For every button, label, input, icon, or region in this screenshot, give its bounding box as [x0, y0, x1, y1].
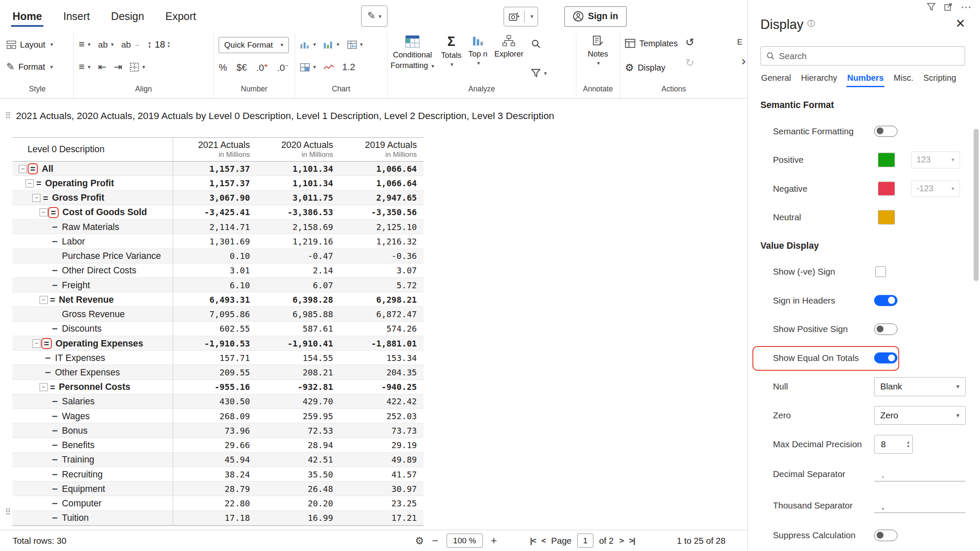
- conditional-formatting-button[interactable]: Conditional Formatting ▾: [389, 34, 436, 84]
- font-size-stepper[interactable]: ▴▾: [168, 41, 170, 48]
- cell-value[interactable]: 209.55: [173, 365, 256, 380]
- font-size-value[interactable]: 18: [155, 39, 165, 50]
- cell-value[interactable]: -3,425.41: [173, 205, 256, 220]
- format-button[interactable]: ✎ Format ▾: [6, 60, 68, 75]
- redo-button[interactable]: ↻: [685, 57, 694, 69]
- cell-value[interactable]: -1,881.01: [339, 336, 423, 351]
- table-row-purchase-price-variance[interactable]: −Purchase Price Variance0.10-0.47-0.36: [12, 249, 424, 264]
- cell-value[interactable]: 22.80: [173, 496, 256, 511]
- cell-value[interactable]: 17.18: [173, 511, 256, 525]
- cell-value[interactable]: 2,125.10: [339, 220, 423, 234]
- decrease-decimal-button[interactable]: .0−: [277, 62, 288, 74]
- cell-value[interactable]: -940.25: [339, 380, 423, 395]
- close-button[interactable]: ×: [956, 17, 965, 29]
- text-input-decimal-separator[interactable]: .: [874, 467, 966, 482]
- cell-value[interactable]: 28.94: [256, 438, 339, 453]
- top-n-button[interactable]: Top n ▾: [467, 34, 490, 84]
- checkbox-show-ve-sign[interactable]: [875, 267, 886, 277]
- table-row-personnel-costs[interactable]: −=Personnel Costs-955.16-932.81-940.25: [12, 380, 424, 395]
- cell-chart-button[interactable]: ▾: [300, 63, 316, 72]
- format-dropdown-negative[interactable]: -123▾: [911, 180, 960, 197]
- table-row-operating-profit[interactable]: −=Operating Profit1,157.371,101.341,066.…: [12, 176, 424, 190]
- cell-value[interactable]: 1,101.34: [256, 162, 339, 176]
- pin-chart-button[interactable]: ▾: [323, 40, 339, 49]
- table-row-raw-materials[interactable]: −Raw Materials2,114.712,158.692,125.10: [12, 220, 424, 234]
- vertical-align-button[interactable]: ≡ ▾: [79, 62, 91, 72]
- table-row-freight[interactable]: −Freight6.106.075.72: [12, 278, 424, 293]
- search-input[interactable]: [779, 51, 960, 61]
- ribbon-tab-home[interactable]: Home: [11, 1, 43, 31]
- info-icon[interactable]: ⓘ: [807, 18, 815, 28]
- cell-value[interactable]: 430.50: [173, 395, 256, 409]
- visual-filter-icon[interactable]: [927, 3, 936, 11]
- table-row-other-direct-costs[interactable]: −Other Direct Costs3.012.143.07: [12, 264, 424, 278]
- cell-value[interactable]: 252.03: [339, 409, 423, 423]
- table-row-it-expenses[interactable]: −IT Expenses157.71154.55153.34: [12, 351, 424, 365]
- column-header-2020-actuals[interactable]: 2020 Actualsin Millions: [256, 138, 339, 161]
- font-size-control[interactable]: ↕ 18 ▴▾: [147, 39, 170, 50]
- sign-in-button[interactable]: Sign in: [564, 6, 627, 27]
- ribbon-tab-export[interactable]: Export: [164, 1, 197, 31]
- collapse-icon[interactable]: −: [40, 296, 48, 304]
- cell-value[interactable]: 587.61: [256, 322, 339, 336]
- cell-value[interactable]: 6.07: [256, 278, 339, 293]
- cell-value[interactable]: 157.71: [173, 351, 256, 365]
- panel-tab-scripting[interactable]: Scripting: [923, 71, 957, 87]
- ribbon-tab-design[interactable]: Design: [110, 1, 145, 31]
- cell-value[interactable]: 3.07: [339, 264, 423, 278]
- undo-button[interactable]: ↺: [685, 36, 694, 48]
- bar-chart-button[interactable]: ▾: [300, 40, 316, 49]
- cell-value[interactable]: 38.24: [173, 467, 256, 482]
- cell-value[interactable]: 6,985.88: [256, 307, 339, 321]
- currency-format-button[interactable]: $€: [236, 62, 247, 73]
- last-page-button[interactable]: >|: [629, 536, 635, 545]
- cell-value[interactable]: 42.51: [256, 453, 339, 467]
- cell-value[interactable]: 2,947.65: [339, 191, 423, 205]
- cell-value[interactable]: 429.70: [256, 395, 339, 409]
- collapse-icon[interactable]: −: [32, 194, 40, 202]
- panel-tab-general[interactable]: General: [761, 71, 792, 87]
- table-row-cost-of-goods-sold[interactable]: −=Cost of Goods Sold-3,425.41-3,386.53-3…: [12, 205, 424, 220]
- cell-value[interactable]: 1,301.69: [173, 234, 256, 249]
- toggle-show-equal-on-totals[interactable]: [874, 352, 897, 364]
- borders-button[interactable]: ▾: [130, 62, 145, 72]
- panel-tab-misc[interactable]: Misc.: [893, 71, 914, 87]
- cell-value[interactable]: -955.16: [173, 380, 256, 395]
- format-painter-button[interactable]: ✎ ▾: [361, 6, 387, 27]
- cell-value[interactable]: 1,219.16: [256, 234, 339, 249]
- table-row-wages[interactable]: −Wages268.09259.95252.03: [12, 409, 424, 423]
- drag-handle-icon[interactable]: ⠿: [5, 507, 11, 517]
- cell-value[interactable]: 154.55: [256, 351, 339, 365]
- cell-value[interactable]: 41.57: [339, 467, 423, 482]
- cell-value[interactable]: 1,157.37: [173, 176, 256, 190]
- cell-value[interactable]: 6,872.47: [339, 307, 423, 321]
- text-align-button[interactable]: ≡ ▾: [79, 40, 91, 50]
- cell-value[interactable]: 268.09: [173, 409, 256, 423]
- totals-button[interactable]: Σ Totals ▾: [439, 34, 464, 84]
- table-row-tuition[interactable]: −Tuition17.1816.9917.21: [12, 511, 424, 525]
- panel-scrollbar[interactable]: [974, 129, 979, 281]
- filter-button[interactable]: ▾: [531, 68, 547, 78]
- cell-value[interactable]: 49.89: [339, 453, 423, 467]
- dropdown-null[interactable]: Blank▾: [874, 377, 966, 396]
- cell-value[interactable]: 2.14: [256, 264, 339, 278]
- cell-value[interactable]: 20.20: [256, 496, 339, 511]
- cell-value[interactable]: 3.01: [173, 264, 256, 278]
- column-header-2019-actuals[interactable]: 2019 Actualsin Millions: [339, 138, 423, 161]
- page-number-input[interactable]: 1: [577, 534, 593, 547]
- color-swatch-neutral[interactable]: [878, 210, 895, 224]
- ribbon-expand-chevron[interactable]: ›: [741, 54, 746, 68]
- cell-value[interactable]: 602.55: [173, 322, 256, 336]
- ribbon-tab-insert[interactable]: Insert: [62, 1, 91, 31]
- spinner-arrows[interactable]: ▴▾: [907, 440, 909, 448]
- cell-value[interactable]: 28.79: [173, 482, 256, 496]
- cell-value[interactable]: -3,350.56: [339, 205, 423, 220]
- cell-value[interactable]: 7,095.86: [173, 307, 256, 321]
- search-box[interactable]: [761, 46, 965, 66]
- cell-value[interactable]: 73.73: [339, 423, 423, 438]
- cell-value[interactable]: 6,493.31: [173, 293, 256, 307]
- cell-value[interactable]: 259.95: [256, 409, 339, 423]
- templates-button[interactable]: Templates: [625, 36, 678, 51]
- table-row-bonus[interactable]: −Bonus73.9672.5373.73: [12, 423, 424, 438]
- cell-value[interactable]: 2,114.71: [173, 220, 256, 234]
